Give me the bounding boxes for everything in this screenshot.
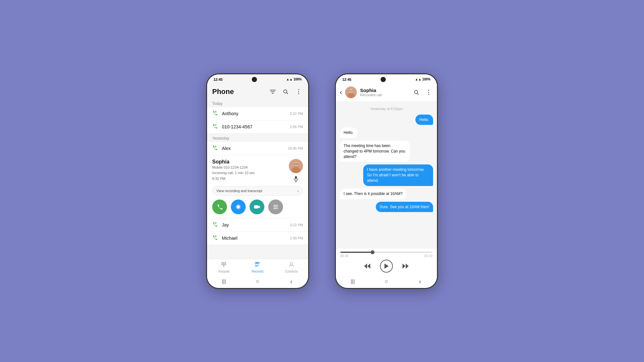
call-item-jay[interactable]: Jay 3:22 PM (207, 218, 308, 232)
svg-line-4 (287, 93, 288, 94)
mic-icon (293, 176, 298, 183)
chat-more-icon[interactable]: ⋮ (424, 88, 433, 97)
chat-contact-name: Sophia (360, 88, 409, 93)
more-button[interactable] (268, 200, 283, 214)
call-name-michael: Michael (222, 236, 287, 241)
chat-name-section: Sophia Recorded call (360, 88, 409, 97)
action-buttons (212, 200, 303, 214)
sophia-phone: Mobile 010-1234-1234 (212, 165, 255, 171)
nav-contacts[interactable]: Contacts (274, 262, 308, 273)
svg-rect-18 (273, 207, 278, 207)
camera-dot-2 (381, 77, 386, 82)
audio-controls (340, 260, 432, 273)
time-display-2: 12:45 (342, 78, 351, 81)
sophia-card[interactable]: Sophia Mobile 010-1234-1234 Incoming cal… (207, 155, 308, 218)
nav-contacts-label: Contacts (285, 270, 298, 273)
svg-rect-20 (222, 262, 223, 264)
call-icon-jay (212, 222, 219, 228)
svg-line-36 (417, 93, 419, 95)
audio-player: 00:30 01:10 (336, 248, 437, 276)
call-button[interactable] (212, 200, 227, 214)
keypad-icon (221, 262, 227, 269)
signal-icons-2: ▲▲ 100% (415, 78, 431, 81)
svg-marker-39 (384, 264, 389, 269)
message-1: Hello. (415, 115, 433, 125)
call-item-anthony[interactable]: Anthony 3:22 PM (207, 107, 308, 120)
menu-btn-1[interactable]: ||| (221, 278, 227, 285)
svg-point-3 (284, 90, 287, 93)
camera-dot-1 (252, 77, 257, 82)
svg-rect-21 (223, 262, 224, 264)
chat-messages: Yesterday at 8:32pm Hello. Hello. The me… (336, 102, 437, 248)
chat-search-icon[interactable] (412, 88, 421, 97)
svg-rect-23 (222, 264, 223, 265)
sophia-card-left: Sophia Mobile 010-1234-1234 Incoming cal… (212, 159, 255, 182)
recording-transcript-btn[interactable]: View recording and transcript › (212, 186, 303, 196)
call-icon-michael (212, 235, 219, 241)
call-item-michael[interactable]: Michael 2:30 PM (207, 232, 308, 245)
back-btn-1[interactable]: ‹ (288, 278, 295, 285)
arrow-icon: › (297, 188, 299, 193)
call-name-alex: Alex (222, 146, 285, 151)
back-btn-2[interactable]: ‹ (417, 278, 423, 285)
svg-rect-17 (273, 205, 278, 206)
app-header-1: Phone ⋮ (207, 83, 308, 99)
video-button[interactable] (250, 200, 264, 214)
progress-bar[interactable] (340, 252, 432, 253)
current-time: 00:30 (340, 254, 348, 258)
svg-rect-11 (295, 176, 297, 179)
section-yesterday: Yesterday (207, 134, 308, 142)
svg-rect-19 (273, 208, 278, 209)
sophia-time: 8:32 PM (212, 176, 255, 182)
message-button[interactable] (231, 200, 246, 214)
chat-header: ‹ Sophia Recorded call ⋮ (336, 83, 437, 102)
filter-icon[interactable] (268, 87, 277, 96)
app-title: Phone (212, 88, 234, 96)
home-btn-1[interactable]: ○ (254, 278, 261, 285)
rewind-button[interactable] (362, 261, 372, 271)
progress-knob[interactable] (371, 250, 374, 254)
section-today: Today (207, 99, 308, 107)
svg-point-29 (290, 263, 293, 265)
sophia-card-header: Sophia Mobile 010-1234-1234 Incoming cal… (212, 159, 303, 183)
call-list: Today Anthony 3:22 PM 010 (207, 99, 308, 259)
menu-btn-2[interactable]: ||| (349, 278, 356, 285)
recents-icon (254, 262, 261, 269)
call-time-michael: 2:30 PM (290, 236, 303, 240)
call-name-anthony: Anthony (222, 111, 287, 116)
sophia-avatar (289, 159, 303, 173)
svg-marker-37 (364, 264, 367, 269)
back-button[interactable]: ‹ (340, 88, 342, 97)
svg-rect-26 (223, 265, 224, 267)
svg-rect-16 (254, 205, 258, 209)
call-icon-incoming-2 (212, 124, 219, 130)
message-6: Sure. See you at 10AM then! (376, 202, 433, 212)
play-button[interactable] (380, 260, 393, 273)
progress-fill (340, 252, 373, 253)
time-labels: 00:30 01:10 (340, 254, 432, 258)
more-options-icon[interactable]: ⋮ (294, 87, 303, 96)
recording-btn-label: View recording and transcript (216, 189, 262, 193)
phone-2: 12:45 ▲▲ 100% ‹ Sophia Recorded call (335, 73, 438, 289)
svg-marker-40 (402, 264, 405, 269)
svg-marker-41 (406, 264, 409, 269)
nav-keypad[interactable]: Keypad (207, 262, 241, 273)
chat-contact-subtitle: Recorded call (360, 93, 409, 97)
call-item-alex[interactable]: Alex 10:45 PM (207, 142, 308, 155)
svg-point-33 (352, 90, 352, 91)
call-time-jay: 3:22 PM (290, 223, 303, 227)
system-bar-2: ||| ○ ‹ (336, 276, 437, 288)
chat-timestamp: Yesterday at 8:32pm (340, 107, 433, 111)
total-time: 01:10 (424, 254, 432, 258)
nav-recents[interactable]: Recents (241, 262, 275, 273)
svg-point-32 (350, 90, 350, 91)
bottom-nav: Keypad Recents C (207, 259, 308, 276)
svg-point-10 (297, 163, 298, 165)
call-item-number[interactable]: 010-1234-4567 2:05 PM (207, 120, 308, 134)
message-4: I have another meeting tomorrow. So I'm … (363, 164, 433, 186)
home-btn-2[interactable]: ○ (383, 278, 390, 285)
svg-point-35 (414, 90, 418, 94)
search-icon[interactable] (281, 87, 290, 96)
call-name-jay: Jay (222, 222, 287, 227)
fast-forward-button[interactable] (401, 261, 411, 271)
